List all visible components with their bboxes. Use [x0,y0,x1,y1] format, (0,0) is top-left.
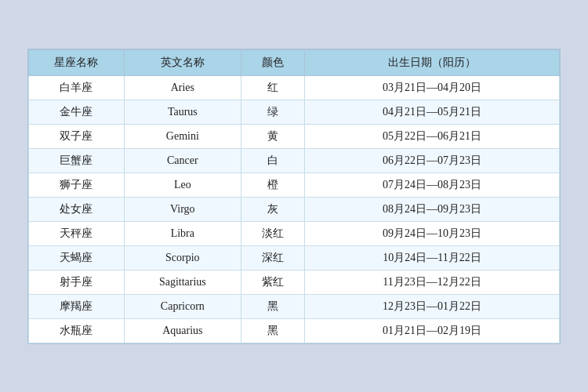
header-english: 英文名称 [124,49,241,75]
table-row: 巨蟹座Cancer白06月22日—07月23日 [29,148,560,172]
cell-color: 紫红 [241,270,304,294]
cell-color: 黄 [241,124,304,148]
table-row: 双子座Gemini黄05月22日—06月21日 [29,124,560,148]
table-row: 狮子座Leo橙07月24日—08月23日 [29,172,560,197]
cell-english: Aquarius [124,318,241,343]
table-row: 天蝎座Scorpio深红10月24日—11月22日 [29,245,560,270]
table-row: 金牛座Taurus绿04月21日—05月21日 [29,100,560,124]
table-row: 水瓶座Aquarius黑01月21日—02月19日 [29,318,560,343]
table-header-row: 星座名称 英文名称 颜色 出生日期（阳历） [29,49,560,75]
cell-date: 11月23日—12月22日 [305,270,560,294]
cell-chinese: 处女座 [29,197,125,221]
header-date: 出生日期（阳历） [305,49,560,75]
cell-date: 09月24日—10月23日 [305,221,560,245]
cell-chinese: 狮子座 [29,172,125,197]
cell-chinese: 白羊座 [29,75,125,100]
cell-date: 10月24日—11月22日 [305,245,560,270]
cell-english: Capricorn [124,294,241,318]
cell-color: 橙 [241,172,304,197]
cell-date: 08月24日—09月23日 [305,197,560,221]
cell-english: Scorpio [124,245,241,270]
header-chinese: 星座名称 [29,49,125,75]
cell-color: 红 [241,75,304,100]
cell-color: 黑 [241,294,304,318]
cell-english: Libra [124,221,241,245]
cell-chinese: 巨蟹座 [29,148,125,172]
zodiac-table: 星座名称 英文名称 颜色 出生日期（阳历） 白羊座Aries红03月21日—04… [28,49,560,343]
cell-english: Cancer [124,148,241,172]
cell-date: 05月22日—06月21日 [305,124,560,148]
cell-english: Virgo [124,197,241,221]
cell-chinese: 双子座 [29,124,125,148]
table-row: 白羊座Aries红03月21日—04月20日 [29,75,560,100]
table-row: 处女座Virgo灰08月24日—09月23日 [29,197,560,221]
cell-color: 淡红 [241,221,304,245]
cell-chinese: 摩羯座 [29,294,125,318]
cell-english: Taurus [124,100,241,124]
cell-english: Gemini [124,124,241,148]
cell-color: 深红 [241,245,304,270]
table-row: 射手座Sagittarius紫红11月23日—12月22日 [29,270,560,294]
table-body: 白羊座Aries红03月21日—04月20日金牛座Taurus绿04月21日—0… [29,75,560,343]
cell-date: 04月21日—05月21日 [305,100,560,124]
cell-chinese: 射手座 [29,270,125,294]
table-row: 摩羯座Capricorn黑12月23日—01月22日 [29,294,560,318]
header-color: 颜色 [241,49,304,75]
cell-english: Leo [124,172,241,197]
cell-color: 黑 [241,318,304,343]
cell-chinese: 天秤座 [29,221,125,245]
cell-date: 12月23日—01月22日 [305,294,560,318]
table-row: 天秤座Libra淡红09月24日—10月23日 [29,221,560,245]
cell-date: 06月22日—07月23日 [305,148,560,172]
cell-chinese: 水瓶座 [29,318,125,343]
cell-english: Sagittarius [124,270,241,294]
cell-color: 白 [241,148,304,172]
cell-english: Aries [124,75,241,100]
cell-chinese: 天蝎座 [29,245,125,270]
cell-color: 绿 [241,100,304,124]
zodiac-table-container: 星座名称 英文名称 颜色 出生日期（阳历） 白羊座Aries红03月21日—04… [27,49,561,344]
cell-date: 01月21日—02月19日 [305,318,560,343]
cell-color: 灰 [241,197,304,221]
cell-date: 07月24日—08月23日 [305,172,560,197]
cell-date: 03月21日—04月20日 [305,75,560,100]
cell-chinese: 金牛座 [29,100,125,124]
